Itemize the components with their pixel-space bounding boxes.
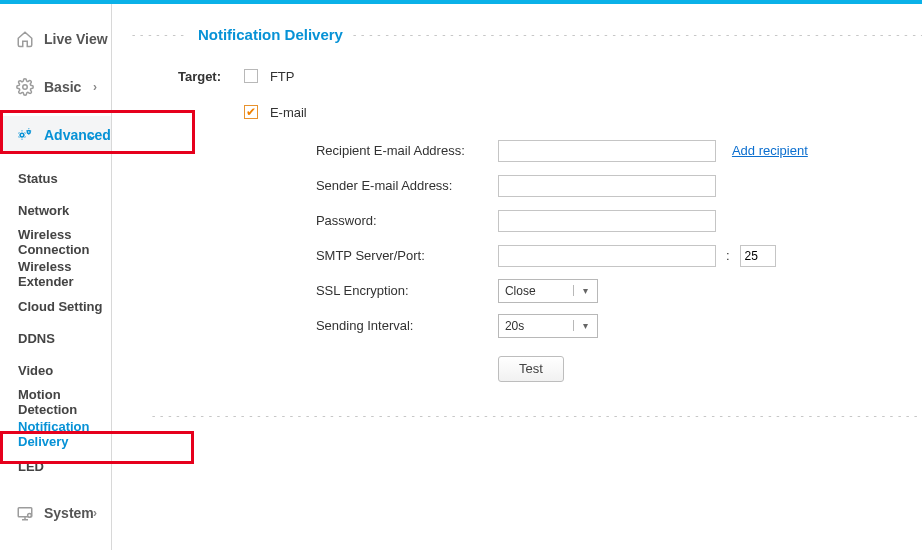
sidebar-label: LED xyxy=(18,459,44,474)
sidebar-label: Status xyxy=(18,171,58,186)
sidebar-label: Live View xyxy=(44,31,108,47)
sidebar-item-network[interactable]: Network xyxy=(0,194,111,226)
smtp-server-input[interactable] xyxy=(498,245,716,267)
sidebar-item-motion-detection[interactable]: Motion Detection xyxy=(0,386,111,418)
ssl-dropdown[interactable]: Close ▾ xyxy=(498,279,598,303)
sidebar-label: Network xyxy=(18,203,69,218)
svg-point-4 xyxy=(28,513,32,517)
sidebar-item-wireless-extender[interactable]: Wireless Extender xyxy=(0,258,111,290)
system-icon xyxy=(14,504,36,522)
label-target: Target: xyxy=(132,69,232,84)
row-target-email: ✔ E-mail xyxy=(132,97,922,127)
label-recipient: Recipient E-mail Address: xyxy=(316,143,498,158)
interval-dropdown[interactable]: 20s ▾ xyxy=(498,314,598,338)
recipient-email-input[interactable] xyxy=(498,140,716,162)
sidebar-label: System xyxy=(44,505,94,521)
divider-right: - - - - - - - - - - - - - - - - - - - - … xyxy=(353,29,922,40)
sidebar-label: Advanced xyxy=(44,127,111,143)
svg-point-0 xyxy=(23,85,28,90)
sidebar-item-led[interactable]: LED xyxy=(0,450,111,482)
password-input[interactable] xyxy=(498,210,716,232)
sidebar-label: Wireless Extender xyxy=(18,259,111,289)
gear-icon xyxy=(14,78,36,96)
label-smtp: SMTP Server/Port: xyxy=(316,248,498,263)
sidebar-label: DDNS xyxy=(18,331,55,346)
sidebar-label: Basic xyxy=(44,79,81,95)
sidebar-item-ddns[interactable]: DDNS xyxy=(0,322,111,354)
row-target-ftp: Target: FTP xyxy=(132,61,922,91)
checkbox-ftp[interactable] xyxy=(244,69,258,83)
svg-point-1 xyxy=(20,133,24,137)
label-password: Password: xyxy=(316,213,498,228)
label-sender: Sender E-mail Address: xyxy=(316,178,498,193)
test-button[interactable]: Test xyxy=(498,356,564,382)
sidebar-item-wireless-connection[interactable]: Wireless Connection xyxy=(0,226,111,258)
sidebar-item-basic[interactable]: Basic › xyxy=(0,68,111,106)
interval-dropdown-value: 20s xyxy=(499,319,573,333)
sidebar-item-cloud-setting[interactable]: Cloud Setting xyxy=(0,290,111,322)
sidebar-label: Cloud Setting xyxy=(18,299,103,314)
sidebar-label: Video xyxy=(18,363,53,378)
gears-icon xyxy=(14,126,36,144)
checkbox-email[interactable]: ✔ xyxy=(244,105,258,119)
smtp-colon: : xyxy=(716,248,740,263)
chevron-down-icon: ▾ xyxy=(573,285,597,296)
svg-point-2 xyxy=(27,131,30,134)
chevron-down-icon: ⌄ xyxy=(87,128,97,142)
label-interval: Sending Interval: xyxy=(316,318,498,333)
smtp-port-input[interactable] xyxy=(740,245,776,267)
sidebar-label: Notification Delivery xyxy=(18,419,111,449)
sidebar-label: Motion Detection xyxy=(18,387,111,417)
sidebar: Live View Basic › Advanced ⌄ Status Netw… xyxy=(0,4,112,550)
ssl-dropdown-value: Close xyxy=(499,284,573,298)
label-ssl: SSL Encryption: xyxy=(316,283,498,298)
section-header: - - - - - - - - - - - - Notification Del… xyxy=(132,26,922,43)
sidebar-item-advanced[interactable]: Advanced ⌄ xyxy=(0,116,111,154)
sender-email-input[interactable] xyxy=(498,175,716,197)
chevron-down-icon: ▾ xyxy=(573,320,597,331)
sidebar-item-status[interactable]: Status xyxy=(0,162,111,194)
option-label-ftp: FTP xyxy=(270,69,295,84)
sidebar-item-video[interactable]: Video xyxy=(0,354,111,386)
section-divider: - - - - - - - - - - - - - - - - - - - - … xyxy=(132,410,922,421)
main-content: - - - - - - - - - - - - Notification Del… xyxy=(112,4,922,550)
sidebar-label: Wireless Connection xyxy=(18,227,111,257)
email-form: Recipient E-mail Address: Add recipient … xyxy=(132,133,922,386)
home-icon xyxy=(14,30,36,48)
divider-left: - - - - - - - - - - - - xyxy=(132,29,188,40)
sidebar-item-notification-delivery[interactable]: Notification Delivery xyxy=(0,418,111,450)
add-recipient-link[interactable]: Add recipient xyxy=(732,143,808,158)
chevron-right-icon: › xyxy=(93,506,97,520)
chevron-right-icon: › xyxy=(93,80,97,94)
sidebar-item-live-view[interactable]: Live View xyxy=(0,20,111,58)
section-title: Notification Delivery xyxy=(188,26,353,43)
sidebar-item-system[interactable]: System › xyxy=(0,494,111,532)
option-label-email: E-mail xyxy=(270,105,307,120)
